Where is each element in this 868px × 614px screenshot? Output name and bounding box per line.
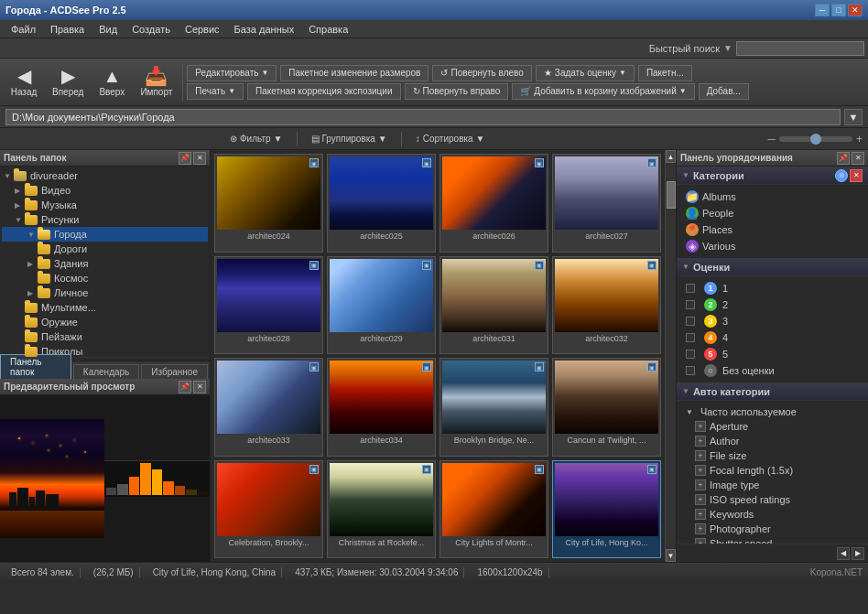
minimize-button[interactable]: ─ [815, 4, 830, 16]
menu-create[interactable]: Создать [125, 22, 178, 37]
right-panel-pin-button[interactable]: 📌 [837, 152, 850, 165]
rating-3-checkbox[interactable] [686, 317, 695, 326]
right-nav-right-button[interactable]: ▶ [852, 547, 864, 560]
thumbnail-item-11[interactable]: ▣Cancun at Twilight, ... [552, 358, 661, 457]
thumbnail-item-5[interactable]: ▣architec029 [327, 256, 436, 355]
zoom-slider[interactable] [779, 136, 852, 142]
thumbnail-item-3[interactable]: ▣architec027 [552, 154, 661, 253]
auto-cat-aperture[interactable]: + Aperture [682, 419, 863, 434]
batch-correct-button[interactable]: Пакетная коррекция экспозиции [247, 83, 400, 100]
tree-item-funny[interactable]: Приколы [2, 344, 208, 357]
vertical-scrollbar[interactable]: ▲ ▼ [665, 150, 676, 562]
rating-4-checkbox[interactable] [686, 333, 695, 342]
rating-none-checkbox[interactable] [686, 366, 695, 375]
keywords-expand[interactable]: + [695, 509, 706, 520]
auto-categories-section-header[interactable]: ▼ Авто категории [677, 382, 868, 401]
address-dropdown-button[interactable]: ▼ [844, 109, 863, 125]
thumbnail-item-13[interactable]: ▣Christmas at Rockefe... [327, 460, 436, 559]
category-various[interactable]: ◈ Various [682, 238, 863, 254]
panel-close-button[interactable]: ✕ [193, 152, 206, 165]
tab-calendar[interactable]: Календарь [73, 364, 139, 379]
tree-item-cosmos[interactable]: Космос [2, 271, 208, 285]
categories-icon[interactable]: ⊛ [835, 169, 848, 182]
preview-pin-button[interactable]: 📌 [179, 381, 191, 393]
menu-service[interactable]: Сервис [178, 22, 227, 37]
auto-cat-focal[interactable]: + Focal length (1.5x) [682, 463, 863, 478]
scroll-down-button[interactable]: ▼ [666, 549, 676, 562]
thumbnail-item-4[interactable]: ▣architec028 [214, 256, 323, 355]
iso-expand[interactable]: + [695, 494, 706, 505]
rating-5[interactable]: 5 5 [682, 346, 863, 362]
thumbnail-item-7[interactable]: ▣architec032 [552, 256, 661, 355]
thumbnail-item-1[interactable]: ▣architec025 [327, 154, 436, 253]
auto-cat-filesize[interactable]: + File size [682, 448, 863, 463]
tree-item-personal[interactable]: ▶ Личное [2, 285, 208, 300]
back-button[interactable]: ◀ Назад [4, 61, 44, 103]
up-button[interactable]: ▲ Вверх [92, 61, 132, 103]
auto-cat-imagetype[interactable]: + Image type [682, 478, 863, 492]
rating-2[interactable]: 2 2 [682, 296, 863, 313]
rotate-left-button[interactable]: ↺ Повернуть влево [432, 65, 531, 81]
thumbnail-item-0[interactable]: ▣architec024 [214, 154, 323, 253]
thumbnail-item-6[interactable]: ▣architec031 [439, 256, 548, 355]
tree-item-root[interactable]: ▼ divureader [2, 168, 208, 183]
rating-none[interactable]: ○ Без оценки [682, 362, 863, 379]
category-albums[interactable]: 📁 Albums [682, 189, 863, 205]
auto-cat-subsection[interactable]: ▼ Часто используемое [682, 404, 863, 419]
zoom-out-button[interactable]: ─ [767, 133, 776, 145]
auto-cat-photographer[interactable]: + Photographer [682, 522, 863, 536]
filesize-expand[interactable]: + [695, 450, 706, 461]
rating-3[interactable]: 3 3 [682, 313, 863, 329]
folder-tree[interactable]: ▼ divureader ▶ Видео ▶ Музыка ▼ Рисунки [0, 167, 210, 357]
menu-database[interactable]: База данных [227, 22, 302, 37]
thumbnail-item-10[interactable]: ▣Brooklyn Bridge, Ne... [439, 358, 548, 457]
menu-help[interactable]: Справка [301, 22, 355, 37]
edit-dropdown-button[interactable]: Редактировать ▼ [187, 65, 277, 81]
aperture-expand[interactable]: + [695, 421, 706, 432]
auto-cat-iso[interactable]: + ISO speed ratings [682, 492, 863, 507]
thumbnail-item-14[interactable]: ▣City Lights of Montr... [439, 460, 548, 559]
group-button[interactable]: ▤ Группировка ▼ [305, 131, 394, 146]
tree-item-multimedia[interactable]: Мультиме... [2, 300, 208, 315]
category-places[interactable]: 📍 Places [682, 221, 863, 238]
rating-2-checkbox[interactable] [686, 300, 695, 309]
thumbnail-item-9[interactable]: ▣architec034 [327, 358, 436, 457]
maximize-button[interactable]: □ [831, 4, 846, 16]
categories-delete-button[interactable]: ✕ [850, 169, 863, 182]
rate-button[interactable]: ★ Задать оценку ▼ [536, 65, 635, 81]
ratings-section-header[interactable]: ▼ Оценки [677, 258, 868, 276]
panel-pin-button[interactable]: 📌 [179, 152, 191, 165]
rotate-right-button[interactable]: ↻ Повернуть вправо [405, 83, 509, 100]
tree-item-weapons[interactable]: Оружие [2, 315, 208, 329]
search-input[interactable] [736, 41, 864, 56]
rating-4[interactable]: 4 4 [682, 329, 863, 346]
address-path[interactable]: D:\Мои документы\Рисунки\Города [5, 109, 841, 125]
filter-button[interactable]: ⊛ Фильтр ▼ [223, 131, 289, 146]
tab-favorites[interactable]: Избранное [141, 364, 208, 379]
tree-item-roads[interactable]: Дороги [2, 242, 208, 256]
sort-button[interactable]: ↕ Сортировка ▼ [409, 131, 492, 146]
forward-button[interactable]: ▶ Вперед [46, 61, 90, 103]
right-nav-left-button[interactable]: ◀ [837, 547, 850, 560]
categories-section-header[interactable]: ▼ Категории ⊛ ✕ [677, 167, 868, 185]
rating-1[interactable]: 1 1 [682, 280, 863, 296]
close-button[interactable]: ✕ [848, 4, 863, 16]
scroll-track[interactable] [666, 163, 676, 549]
batch-resize-button[interactable]: Пакетное изменение размеров [280, 65, 429, 81]
tree-item-video[interactable]: ▶ Видео [2, 183, 208, 198]
rating-5-checkbox[interactable] [686, 350, 695, 359]
photographer-expand[interactable]: + [695, 523, 706, 534]
preview-close-button[interactable]: ✕ [193, 381, 206, 393]
right-panel-close-button[interactable]: ✕ [852, 152, 864, 165]
menu-view[interactable]: Вид [92, 22, 125, 37]
category-people[interactable]: 👤 People [682, 205, 863, 221]
print-dropdown-button[interactable]: Печать ▼ [187, 83, 244, 100]
tab-folder-panel[interactable]: Панель папок [0, 354, 71, 379]
thumbnail-item-15[interactable]: ▣City of Life, Hong Ko... [552, 460, 661, 559]
tree-item-buildings[interactable]: ▶ Здания [2, 256, 208, 271]
tree-item-cities[interactable]: ▼ Города [2, 227, 208, 242]
thumbnail-item-12[interactable]: ▣Celebration, Brookly... [214, 460, 323, 559]
author-expand[interactable]: + [695, 436, 706, 447]
package-button[interactable]: Пакетн... [638, 65, 692, 81]
auto-cat-author[interactable]: + Author [682, 434, 863, 448]
